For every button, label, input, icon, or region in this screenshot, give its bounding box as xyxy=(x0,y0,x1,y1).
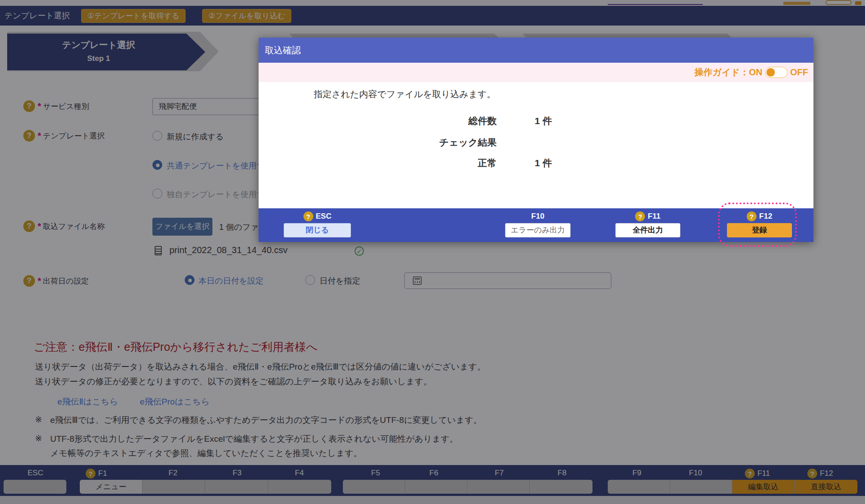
f10-key-label: F10 xyxy=(505,211,571,222)
guide-off-label: OFF xyxy=(790,67,808,78)
esc-key-label: ? ESC xyxy=(284,211,351,222)
operation-guide-bar: 操作ガイド：ON OFF xyxy=(259,63,813,82)
f11-key-label: ? F11 xyxy=(615,211,680,222)
help-icon[interactable]: ? xyxy=(303,211,313,221)
guide-on-label: 操作ガイド：ON xyxy=(695,66,762,78)
f11-group: ? F11 全件出力 xyxy=(615,211,680,237)
stat-normal-value: 1 件 xyxy=(535,157,552,169)
guide-highlight-outline xyxy=(718,202,797,247)
f10-group: F10 エラーのみ出力 xyxy=(505,211,571,237)
dialog-title: 取込確認 xyxy=(259,38,813,63)
stat-total-value: 1 件 xyxy=(535,115,552,127)
stat-normal-label: 正常 xyxy=(478,157,497,169)
close-button[interactable]: 閉じる xyxy=(284,223,351,237)
stat-checkresult-label: チェック結果 xyxy=(439,136,497,149)
app-screen: テンプレート選択 ①テンプレートを取得する ②ファイルを取り込む テンプレート選… xyxy=(0,0,865,504)
errors-only-output-button[interactable]: エラーのみ出力 xyxy=(505,223,571,237)
help-icon[interactable]: ? xyxy=(635,211,645,221)
all-output-button[interactable]: 全件出力 xyxy=(615,223,680,237)
esc-group: ? ESC 閉じる xyxy=(284,211,351,237)
guide-toggle[interactable] xyxy=(765,67,787,78)
confirm-message: 指定された内容でファイルを取り込みます。 xyxy=(314,88,496,100)
stat-total-label: 総件数 xyxy=(468,115,497,127)
